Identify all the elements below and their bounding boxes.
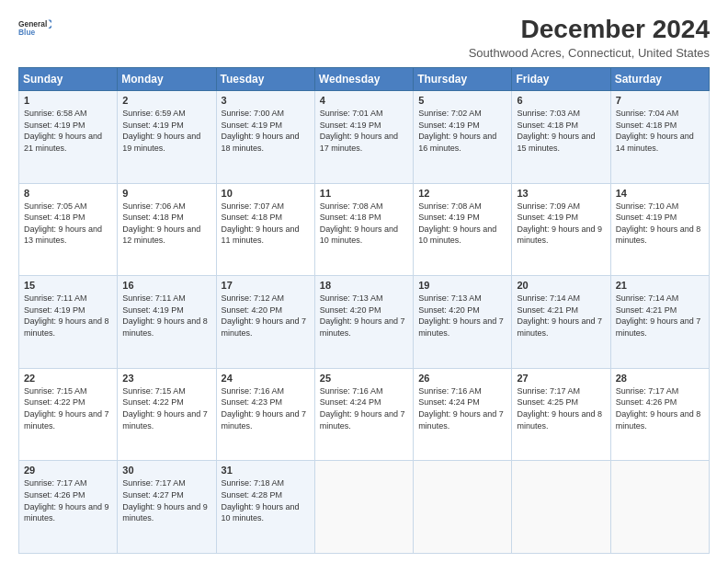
day-number: 18 xyxy=(320,280,408,291)
day-info: Sunrise: 7:17 AMSunset: 4:26 PMDaylight:… xyxy=(24,478,109,523)
day-number: 22 xyxy=(24,373,112,384)
day-cell-9: 9 Sunrise: 7:06 AMSunset: 4:18 PMDayligh… xyxy=(118,183,216,276)
day-info: Sunrise: 7:16 AMSunset: 4:24 PMDaylight:… xyxy=(320,386,405,431)
day-info: Sunrise: 7:18 AMSunset: 4:28 PMDaylight:… xyxy=(222,478,300,523)
day-info: Sunrise: 7:16 AMSunset: 4:23 PMDaylight:… xyxy=(222,386,307,431)
day-cell-16: 16 Sunrise: 7:11 AMSunset: 4:19 PMDaylig… xyxy=(118,276,216,369)
day-cell-13: 13 Sunrise: 7:09 AMSunset: 4:19 PMDaylig… xyxy=(512,183,610,276)
day-info: Sunrise: 7:09 AMSunset: 4:19 PMDaylight:… xyxy=(517,201,602,246)
day-cell-10: 10 Sunrise: 7:07 AMSunset: 4:18 PMDaylig… xyxy=(216,183,314,276)
empty-cell-w4-c5 xyxy=(512,461,610,554)
day-cell-24: 24 Sunrise: 7:16 AMSunset: 4:23 PMDaylig… xyxy=(216,368,314,461)
main-title: December 2024 xyxy=(469,15,710,44)
day-number: 28 xyxy=(616,373,704,384)
header: General Blue December 2024 Southwood Acr… xyxy=(18,15,710,60)
svg-text:Blue: Blue xyxy=(18,28,36,37)
day-cell-12: 12 Sunrise: 7:08 AMSunset: 4:19 PMDaylig… xyxy=(414,183,512,276)
day-info: Sunrise: 7:03 AMSunset: 4:18 PMDaylight:… xyxy=(517,109,595,153)
day-info: Sunrise: 7:00 AMSunset: 4:19 PMDaylight:… xyxy=(222,109,300,153)
day-cell-14: 14 Sunrise: 7:10 AMSunset: 4:19 PMDaylig… xyxy=(610,183,709,276)
day-number: 17 xyxy=(222,280,310,291)
day-cell-3: 3 Sunrise: 7:00 AMSunset: 4:19 PMDayligh… xyxy=(216,91,314,184)
week-row-4: 22 Sunrise: 7:15 AMSunset: 4:22 PMDaylig… xyxy=(19,368,710,461)
header-tuesday: Tuesday xyxy=(216,68,314,91)
day-cell-18: 18 Sunrise: 7:13 AMSunset: 4:20 PMDaylig… xyxy=(314,276,413,369)
subtitle: Southwood Acres, Connecticut, United Sta… xyxy=(469,46,710,60)
day-cell-22: 22 Sunrise: 7:15 AMSunset: 4:22 PMDaylig… xyxy=(19,368,118,461)
day-number: 12 xyxy=(418,188,506,199)
header-wednesday: Wednesday xyxy=(314,68,413,91)
day-info: Sunrise: 6:59 AMSunset: 4:19 PMDaylight:… xyxy=(122,109,200,153)
calendar-header-row: SundayMondayTuesdayWednesdayThursdayFrid… xyxy=(19,68,710,91)
day-cell-15: 15 Sunrise: 7:11 AMSunset: 4:19 PMDaylig… xyxy=(19,276,118,369)
day-info: Sunrise: 7:13 AMSunset: 4:20 PMDaylight:… xyxy=(418,293,504,338)
svg-text:General: General xyxy=(18,19,47,29)
day-info: Sunrise: 7:11 AMSunset: 4:19 PMDaylight:… xyxy=(24,293,109,338)
day-number: 6 xyxy=(517,95,605,106)
day-info: Sunrise: 7:08 AMSunset: 4:19 PMDaylight:… xyxy=(418,201,496,246)
week-row-3: 15 Sunrise: 7:11 AMSunset: 4:19 PMDaylig… xyxy=(19,276,710,369)
day-info: Sunrise: 7:02 AMSunset: 4:19 PMDaylight:… xyxy=(418,109,496,153)
week-row-1: 1 Sunrise: 6:58 AMSunset: 4:19 PMDayligh… xyxy=(19,91,710,184)
day-number: 19 xyxy=(418,280,506,291)
day-cell-21: 21 Sunrise: 7:14 AMSunset: 4:21 PMDaylig… xyxy=(610,276,709,369)
day-number: 30 xyxy=(122,465,210,476)
day-number: 3 xyxy=(222,95,310,106)
empty-cell-w4-c4 xyxy=(414,461,512,554)
day-number: 4 xyxy=(320,95,408,106)
day-info: Sunrise: 7:17 AMSunset: 4:26 PMDaylight:… xyxy=(616,386,701,431)
day-number: 8 xyxy=(24,188,112,199)
day-number: 29 xyxy=(24,465,112,476)
day-info: Sunrise: 7:06 AMSunset: 4:18 PMDaylight:… xyxy=(122,201,200,246)
day-number: 14 xyxy=(616,188,704,199)
week-row-5: 29 Sunrise: 7:17 AMSunset: 4:26 PMDaylig… xyxy=(19,461,710,554)
day-cell-25: 25 Sunrise: 7:16 AMSunset: 4:24 PMDaylig… xyxy=(314,368,413,461)
day-cell-11: 11 Sunrise: 7:08 AMSunset: 4:18 PMDaylig… xyxy=(314,183,413,276)
empty-cell-w4-c6 xyxy=(610,461,709,554)
day-number: 1 xyxy=(24,95,112,106)
day-info: Sunrise: 7:05 AMSunset: 4:18 PMDaylight:… xyxy=(24,201,102,246)
header-monday: Monday xyxy=(118,68,216,91)
day-cell-5: 5 Sunrise: 7:02 AMSunset: 4:19 PMDayligh… xyxy=(414,91,512,184)
day-info: Sunrise: 7:07 AMSunset: 4:18 PMDaylight:… xyxy=(222,201,300,246)
day-number: 25 xyxy=(320,373,408,384)
day-cell-6: 6 Sunrise: 7:03 AMSunset: 4:18 PMDayligh… xyxy=(512,91,610,184)
day-cell-2: 2 Sunrise: 6:59 AMSunset: 4:19 PMDayligh… xyxy=(118,91,216,184)
page: General Blue December 2024 Southwood Acr… xyxy=(0,0,728,563)
svg-marker-2 xyxy=(48,19,51,29)
day-info: Sunrise: 7:04 AMSunset: 4:18 PMDaylight:… xyxy=(616,109,694,153)
day-cell-23: 23 Sunrise: 7:15 AMSunset: 4:22 PMDaylig… xyxy=(118,368,216,461)
empty-cell-w4-c3 xyxy=(314,461,413,554)
day-cell-28: 28 Sunrise: 7:17 AMSunset: 4:26 PMDaylig… xyxy=(610,368,709,461)
day-cell-30: 30 Sunrise: 7:17 AMSunset: 4:27 PMDaylig… xyxy=(118,461,216,554)
day-info: Sunrise: 7:12 AMSunset: 4:20 PMDaylight:… xyxy=(222,293,307,338)
day-info: Sunrise: 6:58 AMSunset: 4:19 PMDaylight:… xyxy=(24,109,102,153)
day-number: 20 xyxy=(517,280,605,291)
day-number: 23 xyxy=(122,373,210,384)
day-cell-29: 29 Sunrise: 7:17 AMSunset: 4:26 PMDaylig… xyxy=(19,461,118,554)
day-info: Sunrise: 7:10 AMSunset: 4:19 PMDaylight:… xyxy=(616,201,701,246)
day-number: 13 xyxy=(517,188,605,199)
day-info: Sunrise: 7:17 AMSunset: 4:25 PMDaylight:… xyxy=(517,386,602,431)
day-info: Sunrise: 7:14 AMSunset: 4:21 PMDaylight:… xyxy=(517,293,602,338)
day-cell-31: 31 Sunrise: 7:18 AMSunset: 4:28 PMDaylig… xyxy=(216,461,314,554)
day-number: 10 xyxy=(222,188,310,199)
day-cell-19: 19 Sunrise: 7:13 AMSunset: 4:20 PMDaylig… xyxy=(414,276,512,369)
day-number: 11 xyxy=(320,188,408,199)
day-info: Sunrise: 7:01 AMSunset: 4:19 PMDaylight:… xyxy=(320,109,398,153)
day-number: 16 xyxy=(122,280,210,291)
header-saturday: Saturday xyxy=(610,68,709,91)
day-cell-20: 20 Sunrise: 7:14 AMSunset: 4:21 PMDaylig… xyxy=(512,276,610,369)
day-number: 9 xyxy=(122,188,210,199)
day-number: 24 xyxy=(222,373,310,384)
day-cell-26: 26 Sunrise: 7:16 AMSunset: 4:24 PMDaylig… xyxy=(414,368,512,461)
day-number: 26 xyxy=(418,373,506,384)
day-number: 7 xyxy=(616,95,704,106)
day-number: 5 xyxy=(418,95,506,106)
general-blue-logo-icon: General Blue xyxy=(18,15,51,42)
header-sunday: Sunday xyxy=(19,68,118,91)
day-info: Sunrise: 7:14 AMSunset: 4:21 PMDaylight:… xyxy=(616,293,701,338)
week-row-2: 8 Sunrise: 7:05 AMSunset: 4:18 PMDayligh… xyxy=(19,183,710,276)
title-block: December 2024 Southwood Acres, Connectic… xyxy=(469,15,710,60)
day-info: Sunrise: 7:13 AMSunset: 4:20 PMDaylight:… xyxy=(320,293,405,338)
